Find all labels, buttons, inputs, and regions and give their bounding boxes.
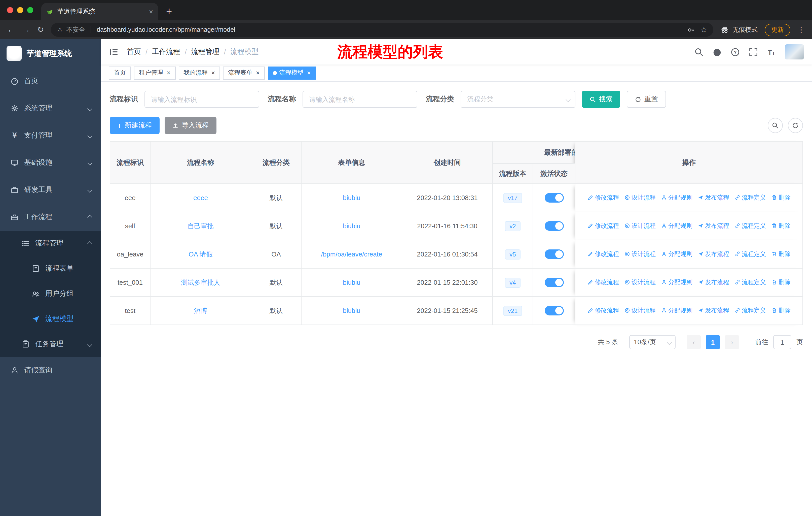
publish-process-link[interactable]: 发布流程 bbox=[697, 222, 729, 230]
tag-close-icon[interactable]: × bbox=[307, 70, 311, 76]
sidebar-item-infrastructure[interactable]: 基础设施 bbox=[0, 149, 101, 176]
help-icon[interactable]: ? bbox=[730, 47, 740, 57]
sidebar-item-home[interactable]: 首页 bbox=[0, 67, 101, 95]
breadcrumb-workflow[interactable]: 工作流程 bbox=[152, 47, 180, 56]
goto-page-input[interactable] bbox=[773, 335, 791, 349]
process-definition-link[interactable]: 流程定义 bbox=[734, 250, 766, 259]
close-window-button[interactable] bbox=[7, 7, 13, 13]
page-number-button[interactable]: 1 bbox=[706, 335, 720, 349]
search-icon[interactable] bbox=[694, 47, 704, 57]
process-definition-link[interactable]: 流程定义 bbox=[734, 306, 766, 315]
next-page-button[interactable]: › bbox=[725, 335, 739, 349]
user-avatar[interactable] bbox=[785, 44, 804, 59]
bookmark-star-icon[interactable]: ☆ bbox=[700, 25, 707, 34]
minimize-window-button[interactable] bbox=[17, 7, 23, 13]
edit-process-link[interactable]: 修改流程 bbox=[587, 250, 619, 259]
form-info-link[interactable]: biubiu bbox=[343, 194, 360, 201]
sidebar-item-system-management[interactable]: 系统管理 bbox=[0, 95, 101, 122]
assign-rules-link[interactable]: 分配规则 bbox=[661, 222, 692, 230]
tag-close-icon[interactable]: × bbox=[167, 70, 170, 76]
tag-close-icon[interactable]: × bbox=[211, 70, 215, 76]
sidebar-item-process-model[interactable]: 流程模型 bbox=[0, 306, 101, 332]
sidebar-item-user-group[interactable]: 用户分组 bbox=[0, 281, 101, 306]
maximize-window-button[interactable] bbox=[27, 7, 33, 13]
process-name-link[interactable]: 滔博 bbox=[194, 307, 207, 314]
delete-process-link[interactable]: 删除 bbox=[771, 222, 791, 230]
sidebar-item-process-management[interactable]: 流程管理 bbox=[0, 231, 101, 256]
assign-rules-link[interactable]: 分配规则 bbox=[661, 306, 692, 315]
sidebar-item-process-form[interactable]: 流程表单 bbox=[0, 256, 101, 281]
assign-rules-link[interactable]: 分配规则 bbox=[661, 250, 692, 259]
process-definition-link[interactable]: 流程定义 bbox=[734, 193, 766, 202]
edit-process-link[interactable]: 修改流程 bbox=[587, 306, 619, 315]
assign-rules-link[interactable]: 分配规则 bbox=[661, 193, 692, 202]
active-toggle[interactable] bbox=[545, 278, 563, 287]
active-toggle[interactable] bbox=[545, 221, 563, 231]
new-tab-button[interactable]: + bbox=[166, 6, 172, 16]
publish-process-link[interactable]: 发布流程 bbox=[697, 278, 729, 287]
page-size-select[interactable]: 10条/页 bbox=[629, 335, 675, 349]
sidebar-item-task-management[interactable]: 任务管理 bbox=[0, 332, 101, 357]
process-name-link[interactable]: eeee bbox=[193, 194, 208, 201]
publish-process-link[interactable]: 发布流程 bbox=[697, 306, 729, 315]
browser-menu-icon[interactable]: ⋮ bbox=[798, 25, 805, 34]
tag-close-icon[interactable]: × bbox=[256, 70, 260, 76]
edit-process-link[interactable]: 修改流程 bbox=[587, 278, 619, 287]
process-id-input[interactable] bbox=[144, 91, 259, 108]
address-bar[interactable]: ⚠ 不安全 dashboard.yudao.iocoder.cn/bpm/man… bbox=[51, 23, 713, 37]
edit-process-link[interactable]: 修改流程 bbox=[587, 222, 619, 230]
design-process-link[interactable]: 设计流程 bbox=[624, 222, 656, 230]
breadcrumb-home[interactable]: 首页 bbox=[127, 47, 141, 56]
toggle-search-button[interactable] bbox=[768, 118, 783, 133]
prev-page-button[interactable]: ‹ bbox=[687, 335, 701, 349]
security-label[interactable]: 不安全 bbox=[66, 25, 85, 34]
form-info-link[interactable]: /bpm/oa/leave/create bbox=[321, 250, 382, 258]
search-button[interactable]: 搜索 bbox=[582, 91, 620, 108]
sidebar-item-leave-query[interactable]: 请假查询 bbox=[0, 357, 101, 384]
active-toggle[interactable] bbox=[545, 193, 563, 202]
password-key-icon[interactable] bbox=[687, 26, 694, 33]
edit-process-link[interactable]: 修改流程 bbox=[587, 193, 619, 202]
font-size-icon[interactable]: TT bbox=[767, 47, 776, 57]
reload-button[interactable]: ↻ bbox=[37, 26, 44, 34]
publish-process-link[interactable]: 发布流程 bbox=[697, 250, 729, 259]
design-process-link[interactable]: 设计流程 bbox=[624, 250, 656, 259]
browser-update-button[interactable]: 更新 bbox=[765, 23, 790, 36]
delete-process-link[interactable]: 删除 bbox=[771, 278, 791, 287]
form-info-link[interactable]: biubiu bbox=[343, 279, 360, 286]
tag-my-process[interactable]: 我的流程× bbox=[178, 66, 220, 79]
sidebar-toggle-button[interactable] bbox=[109, 47, 119, 57]
process-definition-link[interactable]: 流程定义 bbox=[734, 278, 766, 287]
delete-process-link[interactable]: 删除 bbox=[771, 193, 791, 202]
sidebar-item-workflow[interactable]: 工作流程 bbox=[0, 203, 101, 231]
tag-tenant-management[interactable]: 租户管理× bbox=[134, 66, 175, 79]
reset-button[interactable]: 重置 bbox=[627, 91, 666, 108]
form-info-link[interactable]: biubiu bbox=[343, 222, 360, 230]
forward-button[interactable]: → bbox=[22, 26, 30, 34]
tag-home[interactable]: 首页 bbox=[109, 66, 131, 79]
delete-process-link[interactable]: 删除 bbox=[771, 250, 791, 259]
process-name-link[interactable]: OA 请假 bbox=[188, 250, 212, 258]
process-name-link[interactable]: 自己审批 bbox=[187, 222, 214, 229]
tag-process-model[interactable]: 流程模型× bbox=[268, 66, 316, 79]
process-name-input[interactable] bbox=[302, 91, 417, 108]
github-icon[interactable] bbox=[712, 47, 722, 57]
fullscreen-icon[interactable] bbox=[749, 47, 758, 57]
process-category-select[interactable]: 流程分类 bbox=[461, 91, 575, 108]
active-toggle[interactable] bbox=[545, 249, 563, 259]
sidebar-item-dev-tools[interactable]: 研发工具 bbox=[0, 176, 101, 203]
process-name-link[interactable]: 测试多审批人 bbox=[181, 278, 220, 286]
design-process-link[interactable]: 设计流程 bbox=[624, 278, 656, 287]
tab-close-icon[interactable]: × bbox=[149, 7, 153, 16]
design-process-link[interactable]: 设计流程 bbox=[624, 193, 656, 202]
sidebar-item-payment-management[interactable]: ¥ 支付管理 bbox=[0, 122, 101, 149]
create-process-button[interactable]: + 新建流程 bbox=[110, 117, 160, 134]
import-process-button[interactable]: 导入流程 bbox=[165, 117, 216, 134]
publish-process-link[interactable]: 发布流程 bbox=[697, 193, 729, 202]
tag-process-form[interactable]: 流程表单× bbox=[223, 66, 265, 79]
assign-rules-link[interactable]: 分配规则 bbox=[661, 278, 692, 287]
refresh-table-button[interactable] bbox=[788, 118, 803, 133]
breadcrumb-process-management[interactable]: 流程管理 bbox=[191, 47, 220, 56]
delete-process-link[interactable]: 删除 bbox=[771, 306, 791, 315]
design-process-link[interactable]: 设计流程 bbox=[624, 306, 656, 315]
